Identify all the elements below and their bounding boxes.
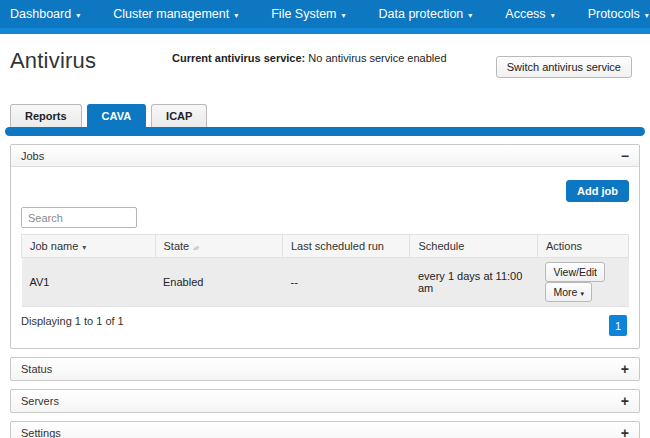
tab-reports[interactable]: Reports <box>10 104 82 127</box>
nav-access[interactable]: Access ▾ <box>505 7 554 21</box>
servers-panel-title: Servers <box>21 395 59 407</box>
jobs-panel-header[interactable]: Jobs − <box>11 145 639 167</box>
pagination-page-1-button[interactable]: 1 <box>609 315 627 336</box>
view-edit-button[interactable]: View/Edit <box>545 262 605 282</box>
expand-icon[interactable]: + <box>621 428 629 438</box>
chevron-down-icon: ▾ <box>580 290 584 297</box>
nav-protocols[interactable]: Protocols ▾ <box>588 7 649 21</box>
cell-job-name: AV1 <box>22 258 156 307</box>
cell-state: Enabled <box>155 258 282 307</box>
search-input[interactable] <box>21 207 137 228</box>
column-label: Job name <box>30 240 78 252</box>
column-header-actions: Actions <box>537 235 628 258</box>
tab-cava[interactable]: CAVA <box>87 104 147 127</box>
page-title: Antivirus <box>10 48 96 74</box>
nav-file-system[interactable]: File System ▾ <box>271 7 345 21</box>
sort-desc-icon: ▾ <box>82 243 86 252</box>
column-label: Schedule <box>418 240 464 252</box>
displaying-summary: Displaying 1 to 1 of 1 <box>21 315 124 327</box>
tab-bar: Reports CAVA ICAP <box>0 104 650 127</box>
more-button[interactable]: More▾ <box>545 282 591 302</box>
chevron-down-icon: ▾ <box>468 11 472 20</box>
servers-panel-header[interactable]: Servers + <box>10 389 640 413</box>
nav-label: File System <box>271 7 336 21</box>
status-panel-header[interactable]: Status + <box>10 357 640 381</box>
tab-accent-strip <box>5 127 645 136</box>
column-label: Last scheduled run <box>291 240 384 252</box>
settings-panel-title: Settings <box>21 427 61 438</box>
expand-icon[interactable]: + <box>621 396 629 406</box>
expand-icon[interactable]: + <box>621 364 629 374</box>
column-header-last-scheduled-run[interactable]: Last scheduled run <box>283 235 410 258</box>
chevron-down-icon: ▾ <box>551 11 555 20</box>
sort-icons: ▴▾ <box>193 244 198 251</box>
chevron-down-icon: ▾ <box>645 11 649 20</box>
jobs-panel: Jobs − Add job Job name▾ State▴▾ Last sc… <box>10 144 640 349</box>
add-job-button[interactable]: Add job <box>566 180 629 202</box>
jobs-panel-body: Add job Job name▾ State▴▾ Last scheduled… <box>11 167 639 348</box>
nav-cluster-management[interactable]: Cluster management ▾ <box>113 7 238 21</box>
chevron-down-icon: ▾ <box>342 11 346 20</box>
column-header-state[interactable]: State▴▾ <box>155 235 282 258</box>
top-nav: Dashboard ▾ Cluster management ▾ File Sy… <box>0 0 650 28</box>
more-label: More <box>553 286 577 298</box>
switch-antivirus-service-button[interactable]: Switch antivirus service <box>496 56 632 78</box>
cell-schedule: every 1 days at 11:00 am <box>410 258 537 307</box>
column-header-schedule[interactable]: Schedule <box>410 235 537 258</box>
nav-label: Protocols <box>588 7 640 21</box>
nav-label: Data protection <box>379 7 464 21</box>
status-panel-title: Status <box>21 363 52 375</box>
cell-actions: View/Edit More▾ <box>537 258 628 307</box>
nav-dashboard[interactable]: Dashboard ▾ <box>10 7 80 21</box>
table-header-row: Job name▾ State▴▾ Last scheduled run Sch… <box>22 235 629 258</box>
current-service-label: Current antivirus service: <box>172 52 305 64</box>
nav-label: Dashboard <box>10 7 71 21</box>
chevron-down-icon: ▾ <box>76 11 80 20</box>
jobs-table: Job name▾ State▴▾ Last scheduled run Sch… <box>21 234 629 307</box>
current-service-value: No antivirus service enabled <box>305 52 446 64</box>
chevron-down-icon: ▾ <box>234 11 238 20</box>
table-row: AV1 Enabled -- every 1 days at 11:00 am … <box>22 258 629 307</box>
nav-label: Access <box>505 7 545 21</box>
nav-data-protection[interactable]: Data protection ▾ <box>379 7 473 21</box>
nav-label: Cluster management <box>113 7 229 21</box>
column-header-job-name[interactable]: Job name▾ <box>22 235 156 258</box>
column-label: Actions <box>546 240 582 252</box>
settings-panel-header[interactable]: Settings + <box>10 421 640 438</box>
column-label: State <box>164 240 190 252</box>
jobs-panel-title: Jobs <box>21 150 44 162</box>
current-service-text: Current antivirus service: No antivirus … <box>172 52 447 64</box>
cell-last-run: -- <box>283 258 410 307</box>
page-header: Antivirus Current antivirus service: No … <box>0 34 650 104</box>
collapse-icon[interactable]: − <box>621 151 629 161</box>
tab-icap[interactable]: ICAP <box>151 104 207 127</box>
